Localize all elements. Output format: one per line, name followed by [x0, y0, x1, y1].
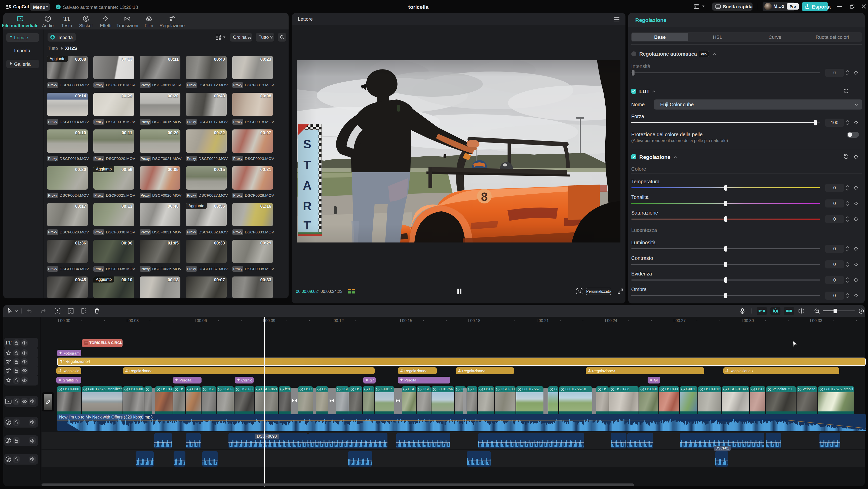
svg-text:TI: TI	[63, 16, 70, 22]
